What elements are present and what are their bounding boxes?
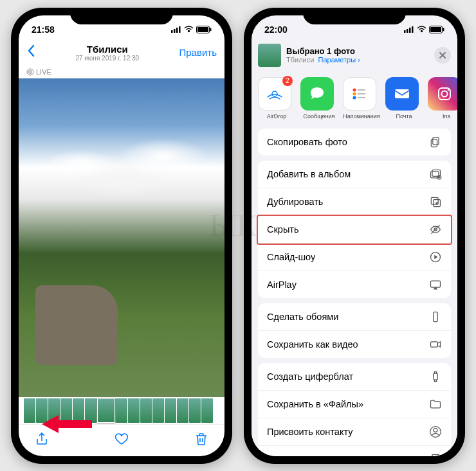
nav-title-block: Тбилиси 27 июня 2019 г. 12:30 xyxy=(35,44,179,62)
svg-rect-1 xyxy=(174,29,176,33)
action-copy-photo[interactable]: Скопировать фото xyxy=(258,129,451,156)
action-watchface[interactable]: Создать циферблат xyxy=(258,363,451,391)
share-actions-list: Скопировать фото Добавить в альбом Дубли… xyxy=(252,129,457,456)
svg-point-18 xyxy=(353,88,356,91)
app-mail[interactable]: Почта xyxy=(385,77,423,120)
svg-rect-16 xyxy=(443,28,444,31)
annotation-arrow xyxy=(41,413,92,438)
back-button[interactable] xyxy=(26,44,35,61)
svg-rect-39 xyxy=(431,341,438,346)
app-label: Ins xyxy=(443,113,450,120)
app-reminders[interactable]: Напоминания xyxy=(343,77,380,120)
status-time: 21:58 xyxy=(32,24,55,35)
live-badge: LIVE xyxy=(19,67,224,77)
live-icon xyxy=(26,68,34,76)
svg-point-19 xyxy=(353,92,356,95)
share-sheet-header: Выбрано 1 фото Тбилиси Параметры › xyxy=(252,39,457,72)
svg-rect-28 xyxy=(433,137,439,145)
delete-button[interactable] xyxy=(194,431,209,449)
status-icons xyxy=(404,26,444,33)
instagram-icon xyxy=(435,84,454,103)
action-wallpaper[interactable]: Сделать обоями xyxy=(258,303,451,331)
mail-icon xyxy=(392,84,412,104)
svg-point-20 xyxy=(353,96,356,99)
app-label: Сообщения xyxy=(304,113,335,120)
action-hide[interactable]: Скрыть xyxy=(258,216,451,244)
svg-point-26 xyxy=(442,91,448,96)
svg-rect-37 xyxy=(431,281,441,287)
printer-icon xyxy=(429,453,442,456)
svg-rect-13 xyxy=(412,26,414,33)
svg-rect-3 xyxy=(179,26,181,33)
reminders-icon xyxy=(350,84,369,103)
svg-rect-11 xyxy=(407,29,408,33)
action-assign-contact[interactable]: Присвоить контакту xyxy=(258,418,451,446)
photo-viewer[interactable] xyxy=(19,78,224,397)
svg-rect-2 xyxy=(176,28,178,33)
selected-location: Тбилиси xyxy=(286,56,314,64)
action-slideshow[interactable]: Слайд-шоу xyxy=(258,244,451,271)
svg-point-17 xyxy=(272,91,277,96)
phone-icon xyxy=(429,310,442,323)
photo-date-subtitle: 27 июня 2019 г. 12:30 xyxy=(35,55,179,62)
svg-point-9 xyxy=(30,71,31,73)
app-airdrop[interactable]: 2 AirDrop xyxy=(258,77,295,120)
action-add-to-album[interactable]: Добавить в альбом xyxy=(258,161,451,188)
action-save-video[interactable]: Сохранить как видео xyxy=(258,331,451,358)
svg-rect-29 xyxy=(431,139,437,147)
app-instagram[interactable]: Ins xyxy=(428,77,457,120)
svg-rect-38 xyxy=(434,312,438,321)
status-time: 22:00 xyxy=(264,24,288,35)
live-label: LIVE xyxy=(36,68,51,76)
action-save-files[interactable]: Сохранить в «Файлы» xyxy=(258,391,451,418)
video-icon xyxy=(429,338,442,351)
action-airplay[interactable]: AirPlay xyxy=(258,271,451,298)
selected-count-title: Выбрано 1 фото xyxy=(286,46,429,56)
svg-rect-40 xyxy=(434,373,438,380)
notch xyxy=(303,8,406,24)
signal-icon xyxy=(171,26,181,33)
album-add-icon xyxy=(429,168,442,181)
airdrop-badge: 2 xyxy=(282,76,293,86)
share-apps-row[interactable]: 2 AirDrop Сообщения Напоминания Почта In… xyxy=(252,72,457,129)
selected-thumbnail xyxy=(258,44,281,67)
status-icons xyxy=(171,26,212,33)
favorite-button[interactable] xyxy=(114,431,129,449)
trash-icon xyxy=(194,431,209,447)
svg-rect-43 xyxy=(432,454,439,456)
svg-rect-24 xyxy=(395,89,409,98)
svg-point-41 xyxy=(434,428,437,432)
phone-left: 21:58 Тбилиси 27 июня 2019 г. 12:30 Прав… xyxy=(11,8,232,464)
duplicate-icon xyxy=(429,195,442,208)
battery-icon xyxy=(429,26,444,33)
close-icon xyxy=(439,51,446,59)
share-sheet-screen: 22:00 Выбрано 1 фото Тбилиси Параметры › xyxy=(252,15,457,456)
folder-icon xyxy=(429,398,442,411)
wifi-icon xyxy=(184,26,194,33)
app-label: AirDrop xyxy=(267,113,287,120)
svg-rect-6 xyxy=(210,28,212,31)
app-label: Напоминания xyxy=(343,113,380,120)
airplay-icon xyxy=(429,278,442,291)
svg-rect-0 xyxy=(171,30,173,33)
heart-icon xyxy=(114,431,129,447)
svg-rect-15 xyxy=(430,27,441,32)
wifi-icon xyxy=(417,26,426,33)
copy-icon xyxy=(429,136,442,148)
app-messages[interactable]: Сообщения xyxy=(300,77,338,120)
edit-button[interactable]: Править xyxy=(179,47,217,58)
selected-info: Выбрано 1 фото Тбилиси Параметры › xyxy=(286,46,429,64)
play-icon xyxy=(429,251,442,263)
photos-screen: 21:58 Тбилиси 27 июня 2019 г. 12:30 Прав… xyxy=(19,15,224,456)
photo-location-title: Тбилиси xyxy=(35,44,179,55)
options-link[interactable]: Параметры › xyxy=(318,56,360,64)
messages-icon xyxy=(307,84,327,104)
svg-point-27 xyxy=(448,89,450,91)
battery-icon xyxy=(196,26,212,33)
close-button[interactable] xyxy=(434,47,451,64)
watch-icon xyxy=(429,370,442,383)
contact-icon xyxy=(429,425,442,438)
action-duplicate[interactable]: Дублировать xyxy=(258,188,451,216)
action-print[interactable]: Напечатать xyxy=(258,446,451,456)
airdrop-icon xyxy=(264,83,286,105)
